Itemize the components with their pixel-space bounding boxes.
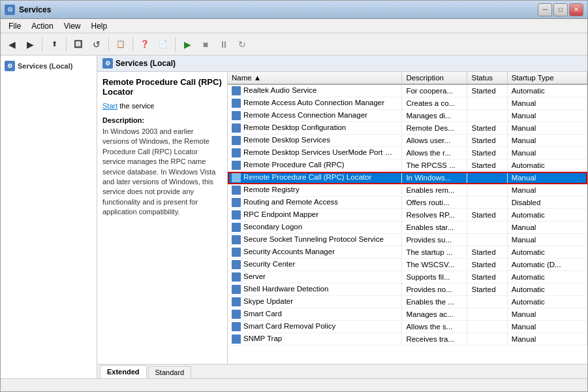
cell-status <box>467 308 507 321</box>
cell-service-name: Remote Desktop Services UserMode Port Re… <box>228 147 402 159</box>
cell-startup-type: Automatic <box>507 84 587 97</box>
service-row-icon <box>232 223 241 232</box>
table-row[interactable]: Security Accounts ManagerThe startup ...… <box>228 246 587 259</box>
pause-button[interactable]: ⏸ <box>215 36 232 53</box>
table-row[interactable]: Secondary LogonEnables star...Manual <box>228 221 587 234</box>
refresh-button[interactable]: ↺ <box>88 36 105 53</box>
service-row-icon <box>232 272 241 282</box>
table-row[interactable]: Remote Desktop ConfigurationRemote Des..… <box>228 122 587 135</box>
cell-service-name: Realtek Audio Service <box>228 84 402 97</box>
cell-description: Allows the r... <box>402 147 467 159</box>
cell-status <box>467 321 507 333</box>
sidebar-services-local[interactable]: ⚙ Services (Local) <box>3 58 94 74</box>
cell-status <box>467 184 507 197</box>
toolbar-sep-2 <box>66 37 67 52</box>
stop-button[interactable]: ■ <box>197 36 214 53</box>
table-row[interactable]: Remote Procedure Call (RPC)The RPCSS ...… <box>228 159 587 172</box>
cell-startup-type: Manual <box>507 147 587 159</box>
cell-description: Offers routi... <box>402 197 467 209</box>
table-container[interactable]: Name ▲ Description Status Startup Type R… <box>228 72 587 364</box>
service-row-icon <box>232 173 241 182</box>
table-row[interactable]: Skype UpdaterEnables the ...Automatic <box>228 296 587 308</box>
table-row[interactable]: Smart Card Removal PolicyAllows the s...… <box>228 321 587 333</box>
help-button[interactable]: ❓ <box>136 36 153 53</box>
table-row[interactable]: RPC Endpoint MapperResolves RP...Started… <box>228 209 587 221</box>
close-button[interactable]: ✕ <box>569 3 583 16</box>
up-button[interactable]: ⬆ <box>46 36 63 53</box>
menu-file[interactable]: File <box>3 20 26 32</box>
cell-status <box>467 221 507 234</box>
forward-button[interactable]: ▶ <box>22 36 39 53</box>
table-row[interactable]: Remote Access Auto Connection ManagerCre… <box>228 97 587 110</box>
cell-description: Manages ac... <box>402 308 467 321</box>
table-row[interactable]: Remote Access Connection ManagerManages … <box>228 110 587 122</box>
cell-description: Manages di... <box>402 110 467 122</box>
title-bar: ⚙ Services ─ □ ✕ <box>1 1 587 19</box>
cell-description: Remote Des... <box>402 122 467 135</box>
split-view: Remote Procedure Call (RPC) Locator Star… <box>97 72 587 364</box>
properties-button[interactable]: 📄 <box>155 36 172 53</box>
cell-description: Enables rem... <box>402 184 467 197</box>
service-row-icon <box>232 335 241 344</box>
cell-startup-type: Manual <box>507 110 587 122</box>
export-button[interactable]: 📋 <box>112 36 129 53</box>
cell-service-name: Server <box>228 271 402 284</box>
service-row-icon <box>232 148 241 157</box>
service-row-icon <box>232 260 241 269</box>
table-row[interactable]: ServerSupports fil...StartedAutomatic <box>228 271 587 284</box>
cell-startup-type: Automatic <box>507 296 587 308</box>
table-row[interactable]: Security CenterThe WSCSV...StartedAutoma… <box>228 259 587 271</box>
cell-status <box>467 197 507 209</box>
col-name[interactable]: Name ▲ <box>228 72 402 84</box>
table-row[interactable]: Remote RegistryEnables rem...Manual <box>228 184 587 197</box>
table-row[interactable]: Shell Hardware DetectionProvides no...St… <box>228 284 587 296</box>
cell-startup-type: Automatic <box>507 271 587 284</box>
cell-status <box>467 296 507 308</box>
cell-service-name: Remote Procedure Call (RPC) Locator <box>228 172 402 184</box>
cell-status: Started <box>467 284 507 296</box>
toolbar-sep-3 <box>108 37 109 52</box>
cell-startup-type: Manual <box>507 97 587 110</box>
cell-service-name: Smart Card Removal Policy <box>228 321 402 333</box>
restart-button[interactable]: ↻ <box>234 36 251 53</box>
col-status[interactable]: Status <box>467 72 507 84</box>
cell-startup-type: Manual <box>507 172 587 184</box>
table-row[interactable]: SNMP TrapReceives tra...Manual <box>228 333 587 346</box>
table-row[interactable]: Secure Socket Tunneling Protocol Service… <box>228 234 587 246</box>
tab-extended[interactable]: Extended <box>100 365 147 378</box>
service-row-icon <box>232 186 241 195</box>
minimize-button[interactable]: ─ <box>538 3 552 16</box>
service-row-icon <box>232 123 241 133</box>
col-startup-type[interactable]: Startup Type <box>507 72 587 84</box>
services-table-panel: Name ▲ Description Status Startup Type R… <box>228 72 587 364</box>
cell-status: Started <box>467 122 507 135</box>
cell-description: Allows the s... <box>402 321 467 333</box>
table-row[interactable]: Remote Desktop ServicesAllows user...Sta… <box>228 135 587 147</box>
cell-service-name: Remote Access Auto Connection Manager <box>228 97 402 110</box>
cell-startup-type: Manual <box>507 321 587 333</box>
service-row-icon <box>232 235 241 244</box>
main-window: ⚙ Services ─ □ ✕ File Action View Help ◀… <box>0 0 588 392</box>
cell-status: Started <box>467 209 507 221</box>
show-hide-button[interactable]: 🔲 <box>70 36 87 53</box>
table-row[interactable]: Remote Desktop Services UserMode Port Re… <box>228 147 587 159</box>
service-row-icon <box>232 86 241 95</box>
cell-service-name: Security Center <box>228 259 402 271</box>
table-row[interactable]: Smart CardManages ac...Manual <box>228 308 587 321</box>
panel-header: ⚙ Services (Local) <box>97 56 587 72</box>
maximize-button[interactable]: □ <box>553 3 568 16</box>
menu-view[interactable]: View <box>59 20 86 32</box>
panel-header-label: Services (Local) <box>116 59 176 68</box>
cell-service-name: SNMP Trap <box>228 333 402 346</box>
back-button[interactable]: ◀ <box>3 36 20 53</box>
play-button[interactable]: ▶ <box>179 36 196 53</box>
menu-action[interactable]: Action <box>26 20 58 32</box>
menu-help[interactable]: Help <box>86 20 113 32</box>
col-description[interactable]: Description <box>402 72 467 84</box>
table-row[interactable]: Realtek Audio ServiceFor coopera...Start… <box>228 84 587 97</box>
start-service-link[interactable]: Start <box>102 102 117 110</box>
tab-standard[interactable]: Standard <box>148 366 192 378</box>
table-row[interactable]: Remote Procedure Call (RPC) LocatorIn Wi… <box>228 172 587 184</box>
table-row[interactable]: Routing and Remote AccessOffers routi...… <box>228 197 587 209</box>
main-content: ⚙ Services (Local) ⚙ Services (Local) Re… <box>1 56 587 378</box>
